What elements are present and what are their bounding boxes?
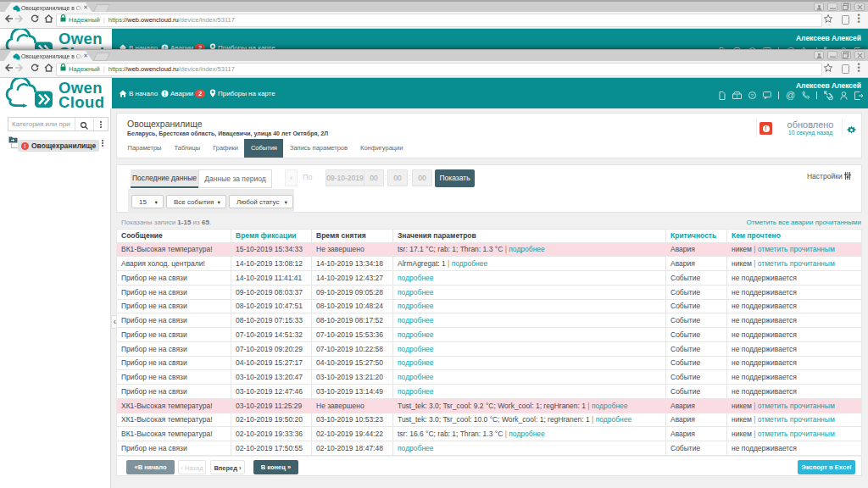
svg-text:?: ? <box>751 93 754 98</box>
svg-text:@: @ <box>786 91 795 100</box>
svg-text:Cloud: Cloud <box>58 93 104 108</box>
svg-text:!: ! <box>164 91 165 97</box>
